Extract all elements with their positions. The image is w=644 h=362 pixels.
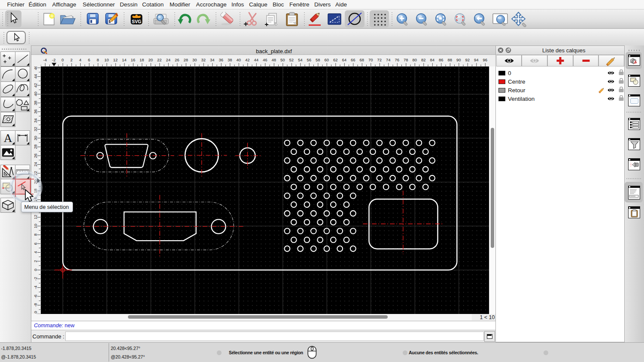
- svg-text:SVG: SVG: [132, 19, 141, 24]
- svg-text:A: A: [4, 132, 12, 145]
